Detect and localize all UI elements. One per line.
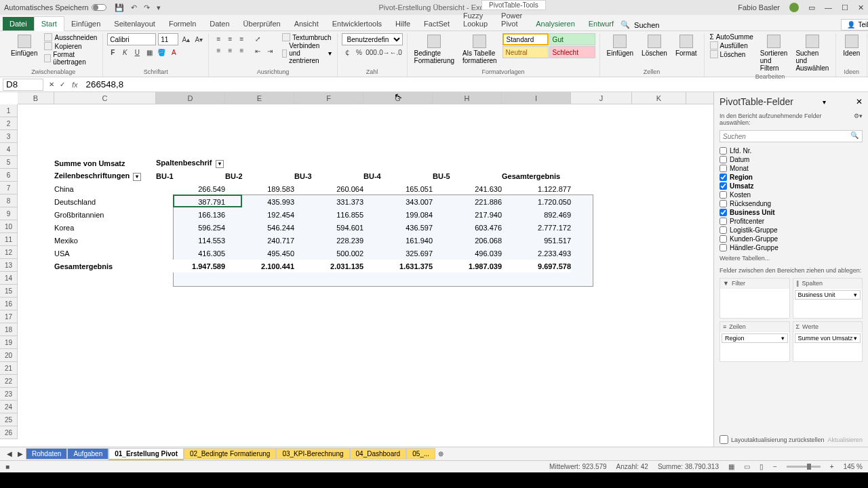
align-center-icon[interactable]: ≡ <box>224 45 235 56</box>
field-checkbox[interactable] <box>719 218 727 225</box>
row-header-17[interactable]: 17 <box>0 310 18 323</box>
align-left-icon[interactable]: ≡ <box>213 45 224 56</box>
decrease-font-icon[interactable]: A▾ <box>193 34 204 45</box>
row-header-15[interactable]: 15 <box>0 285 18 298</box>
field-item[interactable]: Business Unit <box>719 208 863 217</box>
format-painter-button[interactable]: Format übertragen <box>43 51 98 66</box>
currency-icon[interactable]: ₵ <box>342 47 353 58</box>
share-button[interactable]: 👤 Teilen <box>841 19 868 30</box>
row-header-25[interactable]: 25 <box>0 413 18 426</box>
search-icon[interactable]: 🔍 <box>850 131 859 139</box>
ideas-button[interactable]: Ideen <box>840 33 863 58</box>
sheet-tab-05[interactable]: 05_... <box>406 448 435 460</box>
record-macro-icon[interactable]: ■ <box>5 463 9 470</box>
more-tables-link[interactable]: Weitere Tabellen... <box>714 253 868 263</box>
fill-color-button[interactable]: 🪣 <box>156 47 167 58</box>
tab-daten[interactable]: Daten <box>203 17 236 30</box>
sheet-tab-01[interactable]: 01_Erstellung Pivot <box>108 448 184 460</box>
field-item[interactable]: Profitcenter <box>719 217 863 226</box>
inc-decimal-icon[interactable]: .0→ <box>378 47 389 58</box>
tab-entwurf[interactable]: Entwurf <box>582 17 620 30</box>
field-item[interactable]: Datum <box>719 155 863 164</box>
clear-button[interactable]: Löschen <box>709 50 755 58</box>
percent-icon[interactable]: % <box>354 47 365 58</box>
cell-style-neutral[interactable]: Neutral <box>502 46 549 58</box>
field-item[interactable]: Kosten <box>719 190 863 199</box>
row-header-8[interactable]: 8 <box>0 195 18 207</box>
align-right-icon[interactable]: ≡ <box>236 45 247 56</box>
italic-button[interactable]: K <box>119 47 130 58</box>
row-header-19[interactable]: 19 <box>0 336 18 349</box>
sort-filter-button[interactable]: Sortieren und Filtern <box>757 33 791 73</box>
search-label[interactable]: Suchen <box>634 21 659 29</box>
align-mid-icon[interactable]: ≡ <box>224 33 235 44</box>
field-checkbox[interactable] <box>719 226 727 234</box>
zoom-in-icon[interactable]: + <box>830 463 834 470</box>
fx-icon[interactable]: fx <box>68 81 82 89</box>
column-header-I[interactable]: I <box>502 92 571 104</box>
user-avatar-icon[interactable] <box>789 3 799 12</box>
column-header-H[interactable]: H <box>433 92 502 104</box>
column-header-B[interactable]: B <box>18 92 54 104</box>
fieldpane-settings-icon[interactable]: ⚙▾ <box>854 113 863 126</box>
enter-formula-icon[interactable]: ✓ <box>57 79 68 90</box>
number-format-select[interactable]: Benutzerdefiniert <box>342 33 403 45</box>
column-header-E[interactable]: E <box>225 92 294 104</box>
row-header-20[interactable]: 20 <box>0 349 18 362</box>
column-header-G[interactable]: G <box>363 92 433 104</box>
row-header-2[interactable]: 2 <box>0 117 18 130</box>
fill-button[interactable]: Ausfüllen <box>709 41 755 49</box>
view-normal-icon[interactable]: ▦ <box>728 463 734 470</box>
field-checkbox[interactable] <box>719 209 727 216</box>
autosum-button[interactable]: Σ AutoSumme <box>709 33 755 41</box>
indent-dec-icon[interactable]: ⇤ <box>252 45 263 56</box>
row-header-16[interactable]: 16 <box>0 298 18 310</box>
fieldpane-close-icon[interactable]: ✕ <box>856 97 863 106</box>
field-checkbox[interactable] <box>719 156 727 163</box>
row-header-18[interactable]: 18 <box>0 323 18 336</box>
row-header-7[interactable]: 7 <box>0 182 18 195</box>
tab-start[interactable]: Start <box>34 16 64 31</box>
merge-center-button[interactable]: Verbinden und zentrieren ▾ <box>281 42 332 64</box>
tab-ansicht[interactable]: Ansicht <box>288 17 326 30</box>
field-item[interactable]: Monat <box>719 164 863 173</box>
indent-inc-icon[interactable]: ⇥ <box>264 45 275 56</box>
row-header-11[interactable]: 11 <box>0 233 18 246</box>
align-bot-icon[interactable]: ≡ <box>236 33 247 44</box>
tab-ueberpruefen[interactable]: Überprüfen <box>237 17 288 30</box>
sheet-tab-aufgaben[interactable]: Aufgaben <box>67 448 108 460</box>
find-select-button[interactable]: Suchen und Auswählen <box>793 33 831 73</box>
row-header-22[interactable]: 22 <box>0 375 18 388</box>
row-header-9[interactable]: 9 <box>0 207 18 220</box>
cell-style-standard[interactable]: Standard <box>502 33 549 45</box>
column-header-C[interactable]: C <box>54 92 156 104</box>
field-checkbox[interactable] <box>719 174 727 181</box>
area-rows[interactable]: ≡ Zeilen Region▾ <box>719 321 790 362</box>
underline-button[interactable]: U <box>132 47 142 58</box>
view-pagebreak-icon[interactable]: ▯ <box>760 463 764 470</box>
insert-cells-button[interactable]: Einfügen <box>604 33 636 58</box>
column-header-J[interactable]: J <box>571 92 632 104</box>
redo-icon[interactable]: ↷ <box>144 3 150 12</box>
cell-style-gut[interactable]: Gut <box>549 33 595 45</box>
row-header-26[interactable]: 26 <box>0 426 18 439</box>
area-rows-item[interactable]: Region▾ <box>722 333 788 343</box>
copy-button[interactable]: Kopieren <box>43 42 98 50</box>
cut-button[interactable]: Ausschneiden <box>43 33 98 41</box>
qat-dropdown-icon[interactable]: ▾ <box>157 3 161 12</box>
field-item[interactable]: Kunden-Gruppe <box>719 235 863 243</box>
row-header-10[interactable]: 10 <box>0 220 18 233</box>
area-columns-item[interactable]: Business Unit▾ <box>795 290 861 300</box>
row-header-6[interactable]: 6 <box>0 169 18 182</box>
tab-seitenlayout[interactable]: Seitenlayout <box>107 17 162 30</box>
cancel-formula-icon[interactable]: ✕ <box>46 79 57 90</box>
row-header-12[interactable]: 12 <box>0 246 18 259</box>
field-checkbox[interactable] <box>719 235 727 243</box>
name-box[interactable] <box>3 79 43 91</box>
font-name-select[interactable] <box>107 33 156 45</box>
tab-factset[interactable]: FactSet <box>417 17 456 30</box>
format-cells-button[interactable]: Format <box>673 33 700 58</box>
field-item[interactable]: Händler-Gruppe <box>719 243 863 252</box>
align-top-icon[interactable]: ≡ <box>213 33 224 44</box>
font-size-select[interactable] <box>158 33 178 45</box>
